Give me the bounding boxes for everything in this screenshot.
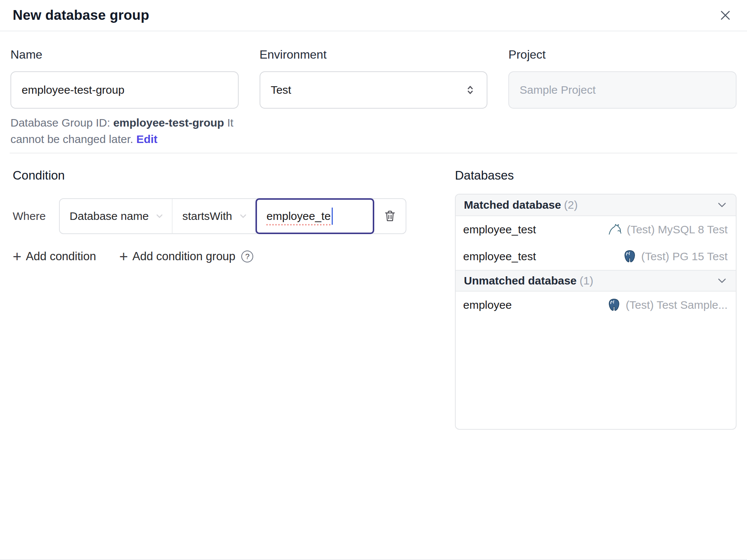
matched-database-title-wrap: Matched database(2) — [464, 199, 578, 211]
databases-section: Databases Matched database(2) employee_t… — [455, 168, 737, 430]
plus-icon: + — [119, 251, 128, 262]
project-input — [508, 71, 737, 109]
instance-label: (Test) PG 15 Test — [641, 250, 728, 263]
group-id-helper: Database Group ID: employee-test-group I… — [10, 115, 239, 147]
project-label: Project — [508, 48, 737, 62]
database-instance: (Test) Test Sample... — [607, 298, 728, 312]
help-icon[interactable]: ? — [241, 251, 253, 262]
condition-value-input[interactable]: employee_te — [255, 198, 374, 234]
condition-field-select[interactable]: Database name — [60, 199, 173, 233]
close-icon — [719, 9, 732, 22]
environment-field-group: Environment Test — [260, 48, 488, 147]
postgresql-icon — [623, 249, 637, 264]
dialog-header: New database group — [0, 0, 747, 31]
postgresql-icon — [607, 298, 621, 312]
matched-database-header[interactable]: Matched database(2) — [456, 195, 736, 216]
mysql-icon — [608, 223, 622, 237]
trash-icon — [383, 209, 397, 223]
matched-database-count: (2) — [564, 199, 578, 211]
edit-group-id-link[interactable]: Edit — [136, 133, 158, 145]
environment-select[interactable]: Test — [260, 71, 488, 109]
database-row[interactable]: employee_test (Test) MySQL 8 Test — [456, 216, 736, 243]
condition-operator-value: startsWith — [182, 210, 232, 223]
add-condition-group-button[interactable]: + Add condition group ? — [119, 250, 253, 263]
matched-database-title: Matched database — [464, 199, 561, 211]
database-row[interactable]: employee (Test) Test Sample... — [456, 292, 736, 318]
databases-panel: Matched database(2) employee_test (Test)… — [455, 194, 737, 430]
instance-label: (Test) Test Sample... — [626, 299, 728, 311]
condition-operator-select[interactable]: startsWith — [173, 199, 256, 233]
chevron-down-icon — [155, 211, 164, 221]
unmatched-database-title: Unmatched database — [464, 274, 577, 287]
close-button[interactable] — [716, 6, 734, 24]
section-divider — [10, 153, 737, 153]
database-name: employee — [463, 299, 512, 311]
condition-section: Condition Where Database name startsWith… — [10, 168, 455, 263]
main-area: Condition Where Database name startsWith… — [0, 168, 747, 430]
environment-value: Test — [271, 84, 291, 96]
name-input[interactable] — [10, 71, 239, 109]
page-title: New database group — [13, 7, 149, 23]
chevron-down-icon — [716, 275, 728, 286]
where-label: Where — [13, 210, 46, 223]
database-instance: (Test) MySQL 8 Test — [608, 223, 728, 237]
database-row[interactable]: employee_test (Test) PG 15 Test — [456, 243, 736, 270]
delete-condition-button[interactable] — [374, 199, 406, 233]
new-database-group-dialog: New database group Name Database Group I… — [0, 0, 747, 430]
add-condition-group-label: Add condition group — [133, 250, 236, 263]
chevron-down-icon — [238, 211, 248, 221]
text-caret — [332, 208, 333, 225]
databases-heading: Databases — [455, 168, 737, 183]
condition-row: Where Database name startsWith employee_… — [13, 198, 455, 234]
group-id-prefix: Database Group ID: — [10, 116, 113, 129]
database-name: employee_test — [463, 223, 536, 236]
condition-group: Database name startsWith employee_te — [59, 198, 406, 234]
database-instance: (Test) PG 15 Test — [623, 249, 728, 264]
condition-heading: Condition — [13, 168, 455, 183]
chevron-down-icon — [716, 199, 728, 211]
instance-label: (Test) MySQL 8 Test — [627, 223, 728, 236]
project-field-group: Project — [508, 48, 737, 147]
group-id-value: employee-test-group — [113, 116, 224, 129]
environment-label: Environment — [260, 48, 488, 62]
add-condition-label: Add condition — [26, 250, 96, 263]
database-name: employee_test — [463, 250, 536, 263]
condition-field-value: Database name — [69, 210, 149, 223]
unmatched-database-title-wrap: Unmatched database(1) — [464, 274, 593, 287]
name-field-group: Name Database Group ID: employee-test-gr… — [10, 48, 239, 147]
plus-icon: + — [13, 251, 21, 262]
condition-value-text: employee_te — [267, 210, 331, 223]
add-buttons-row: + Add condition + Add condition group ? — [13, 250, 455, 263]
form-row: Name Database Group ID: employee-test-gr… — [0, 48, 747, 147]
unmatched-database-header[interactable]: Unmatched database(1) — [456, 270, 736, 292]
chevron-expand-icon — [464, 84, 476, 96]
name-label: Name — [10, 48, 239, 62]
add-condition-button[interactable]: + Add condition — [13, 250, 96, 263]
unmatched-database-count: (1) — [580, 274, 593, 287]
